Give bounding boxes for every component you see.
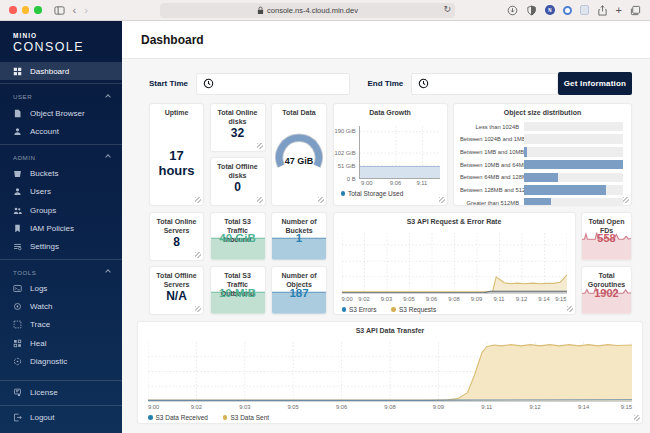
- bar-row: Between 64MB and 128MB: [460, 173, 623, 183]
- offline-disks-card: Total Offline disks 0: [210, 157, 266, 206]
- new-tab-icon[interactable]: +: [616, 5, 622, 16]
- legend-item: Total Storage Used: [341, 190, 404, 197]
- tab-overview-icon[interactable]: [630, 5, 641, 16]
- diagnostic-icon: [13, 357, 22, 366]
- sidebar-item-label: License: [30, 388, 58, 397]
- resize-grip-icon: [195, 306, 201, 312]
- sidebar-item-watch[interactable]: Watch: [0, 298, 122, 316]
- sidebar-item-trace[interactable]: Trace: [0, 316, 122, 334]
- sidebar-section-user[interactable]: USER: [0, 87, 122, 104]
- bar-row: Between 10MB and 64MB: [460, 160, 623, 170]
- section-label: TOOLS: [13, 269, 36, 276]
- sidebar-item-object-browser[interactable]: Object Browser: [0, 104, 122, 122]
- metrics-rows-2-3: Total Online Servers 8 Total Offline Ser…: [149, 212, 632, 315]
- legend-item: S3 Requests: [391, 306, 436, 313]
- online-servers-card: Total Online Servers 8: [149, 212, 204, 261]
- resize-grip-icon: [257, 197, 263, 203]
- data-transfer-plot: [148, 342, 632, 402]
- data-growth-card: Data Growth 0 B51 GiB102 GiB190 GiB 9:00…: [333, 103, 448, 206]
- metrics-row-1: Uptime 17 hours Total Online disks 32 To…: [149, 103, 632, 206]
- chevron-up-icon: [105, 154, 111, 160]
- legend-item: S3 Data Received: [148, 414, 208, 421]
- back-button[interactable]: ‹: [73, 5, 77, 16]
- chevron-up-icon: [105, 269, 111, 275]
- card-title: Uptime: [150, 104, 203, 118]
- sidebar-item-label: Object Browser: [30, 109, 85, 118]
- request-error-rate-plot: [342, 233, 567, 294]
- time-filter-bar: Start Time End Time Get Information: [149, 72, 632, 95]
- privacy-shield-icon[interactable]: [526, 5, 537, 16]
- s3-inbound-value: 40 GiB: [211, 232, 265, 244]
- section-label: USER: [13, 93, 32, 100]
- close-window-button[interactable]: [9, 6, 17, 14]
- start-time-input[interactable]: [218, 79, 344, 88]
- sidebar-item-iam-policies[interactable]: IAM Policies: [0, 219, 122, 237]
- minimize-window-button[interactable]: [22, 6, 30, 14]
- resize-grip-icon: [439, 197, 445, 203]
- chart-legend: S3 ErrorsS3 Requests: [334, 303, 575, 313]
- account-icon: [13, 127, 22, 136]
- x-axis-labels: 9:009:029:039:059:069:089:099:119:129:14…: [148, 403, 632, 411]
- divider: [0, 259, 122, 260]
- end-time-field[interactable]: [411, 73, 558, 95]
- x-axis-labels: 9:009:069:11: [360, 179, 440, 187]
- online-disks-value: 32: [211, 126, 265, 140]
- extension-badge-icon[interactable]: N: [545, 5, 555, 15]
- extension-page-icon[interactable]: [580, 5, 589, 15]
- online-servers-value: 8: [150, 235, 203, 249]
- offline-servers-card: Total Offline Servers N/A: [149, 266, 204, 315]
- logs-icon: [13, 284, 22, 293]
- sidebar-item-label: Dashboard: [30, 67, 69, 76]
- objects-value: 187: [272, 287, 326, 299]
- divider: [0, 405, 122, 406]
- sidebar-item-logout[interactable]: Logout: [0, 409, 122, 427]
- iam-policies-icon: [13, 224, 22, 233]
- end-time-input[interactable]: [433, 79, 552, 88]
- share-icon[interactable]: [597, 5, 608, 16]
- sidebar-item-diagnostic[interactable]: Diagnostic: [0, 352, 122, 370]
- online-disks-card: Total Online disks 32: [210, 103, 266, 152]
- resize-grip-icon: [318, 197, 324, 203]
- sidebar-item-account[interactable]: Account: [0, 122, 122, 140]
- settings-icon: [13, 242, 22, 251]
- resize-grip-icon: [195, 252, 201, 258]
- sidebar-section-tools[interactable]: TOOLS: [0, 263, 122, 280]
- sidebar-item-users[interactable]: Users: [0, 183, 122, 201]
- offline-disks-value: 0: [211, 180, 265, 194]
- sidebar-item-groups[interactable]: Groups: [0, 201, 122, 219]
- chevron-up-icon: [105, 94, 111, 100]
- watch-icon: [13, 302, 22, 311]
- chart-title: Data Growth: [334, 104, 447, 118]
- end-time-label: End Time: [367, 79, 403, 88]
- address-bar[interactable]: console.ns-4.cloud.min.dev ↻: [160, 3, 455, 18]
- x-axis-labels: 9:009:029:039:059:069:089:099:119:129:14…: [342, 295, 567, 303]
- sidebar-item-buckets[interactable]: Buckets: [0, 165, 122, 183]
- sidebar-item-settings[interactable]: Settings: [0, 237, 122, 255]
- card-title: Total Offline Servers: [150, 267, 203, 290]
- uptime-value: 17 hours: [150, 148, 203, 178]
- forward-button[interactable]: ›: [84, 5, 88, 16]
- card-title: Total Online Servers: [150, 213, 203, 236]
- start-time-field[interactable]: [196, 73, 350, 95]
- sidebar-item-license[interactable]: License: [0, 384, 122, 402]
- get-information-button[interactable]: Get Information: [558, 72, 632, 95]
- total-data-value: 47 GiB: [273, 156, 325, 166]
- sidebar-item-label: Buckets: [30, 169, 58, 178]
- logo-minio-text: MINIO: [13, 32, 122, 39]
- section-label: ADMIN: [13, 154, 35, 161]
- extension-ring-icon[interactable]: [563, 6, 572, 15]
- browser-toolbar: ‹ › console.ns-4.cloud.min.dev ↻ N +: [0, 0, 650, 21]
- reload-icon[interactable]: ↻: [443, 4, 451, 14]
- zoom-window-button[interactable]: [34, 6, 42, 14]
- logout-icon: [13, 413, 22, 422]
- card-title: Total Offline disks: [211, 158, 265, 181]
- sidebar-item-heal[interactable]: Heal: [0, 334, 122, 352]
- users-icon: [13, 187, 22, 196]
- sidebar-section-admin[interactable]: ADMIN: [0, 148, 122, 165]
- bar-row: Between 128MB and 512MB: [460, 185, 623, 195]
- sidebar-item-logs[interactable]: Logs: [0, 280, 122, 298]
- buckets-card: Number of Buckets 1: [271, 212, 327, 261]
- sidebar-item-dashboard[interactable]: Dashboard: [0, 62, 122, 80]
- sidebar-toggle-icon[interactable]: [54, 5, 65, 16]
- downloads-icon[interactable]: [507, 5, 518, 16]
